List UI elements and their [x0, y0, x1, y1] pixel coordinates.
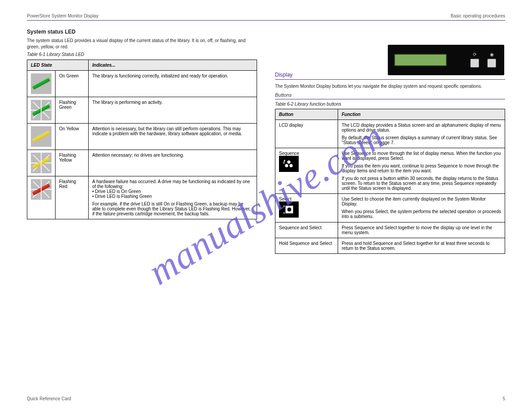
led-state: On Yellow — [56, 123, 89, 150]
page-header: PowerStore System Monitor Display Basic … — [27, 13, 505, 21]
sequence-icon — [279, 156, 299, 172]
status-led-heading: System status LED — [27, 29, 257, 35]
table-row: Select Use Select to choose the item cur… — [275, 194, 505, 223]
func-line: If you pass the item you want, continue … — [342, 163, 501, 173]
buttons-table-caption: Table 6-2 Library function buttons — [275, 101, 505, 107]
table-row: Hold Sequence and Select Press and hold … — [275, 238, 505, 254]
table-row: Flashing Yellow Attention necessary; no … — [27, 150, 257, 176]
table-row: On Green The library is functioning corr… — [27, 70, 257, 97]
footer-page-number: 5 — [502, 396, 505, 401]
func-line: By default, the Status screen displays a… — [342, 135, 501, 145]
select-button[interactable] — [487, 59, 496, 68]
svg-point-0 — [287, 161, 290, 163]
led-desc-line: • Drive LED is On Green — [92, 189, 253, 194]
lcd-screen — [394, 54, 447, 66]
led-desc: A hardware failure has occurred. A drive… — [89, 176, 257, 219]
button-func: Use Select to choose the item currently … — [338, 194, 505, 223]
led-desc: Attention is necessary, but the library … — [89, 123, 257, 150]
led-icon-green-flash — [31, 100, 51, 120]
table-row: Flashing Green The library is performing… — [27, 97, 257, 123]
led-desc-line: • Drive LED is Flashing Green — [92, 194, 253, 199]
table-row: Sequence and Select Press Sequence and S… — [275, 223, 505, 238]
buttons-subheading: Buttons — [275, 92, 505, 99]
button-func: Press Sequence and Select together to mo… — [338, 223, 505, 238]
svg-point-4 — [287, 207, 292, 212]
led-icon-yellow-on — [31, 126, 51, 147]
header-left-text: PowerStore System Monitor Display — [27, 13, 99, 18]
buttons-table: Button Function LCD display The LCD disp… — [275, 109, 505, 254]
table-row: Sequence Use Sequence to move through th… — [275, 148, 505, 194]
status-table-caption: Table 6-1 Library Status LED — [27, 51, 257, 58]
sequence-button[interactable] — [470, 59, 479, 68]
button-name: Select — [279, 197, 334, 201]
page-footer: Quick Reference Card 5 — [27, 396, 505, 401]
left-column: System status LED The system status LED … — [27, 24, 257, 254]
led-state: Flashing Yellow — [56, 150, 89, 176]
led-desc-line: A hardware failure has occurred. A drive… — [92, 179, 253, 189]
col-header-indicates: Indicates... — [89, 60, 257, 70]
button-name: Sequence — [279, 151, 334, 156]
table-row: Flashing Red A hardware failure has occu… — [27, 176, 257, 219]
func-line: If you do not press a button within 30 s… — [342, 176, 501, 191]
func-line: The LCD display provides a Status screen… — [342, 123, 501, 133]
func-line: Press Sequence and Select together to mo… — [342, 225, 501, 235]
select-symbol-icon: ◉ — [490, 52, 494, 57]
led-icon-red-flash — [31, 179, 51, 200]
svg-point-1 — [285, 164, 288, 167]
led-desc: Attention necessary; no drives are funct… — [89, 150, 257, 176]
button-name: LCD display — [275, 120, 338, 148]
func-line: Press and hold Sequence and Select toget… — [342, 241, 501, 251]
led-state: Flashing Red — [56, 176, 89, 219]
led-desc-line: For example, if the drive LED is still O… — [92, 201, 253, 216]
table-row: LCD display The LCD display provides a S… — [275, 120, 505, 148]
func-line: Use Sequence to move through the list of… — [342, 151, 501, 161]
led-state: On Green — [56, 70, 89, 97]
button-name: Sequence and Select — [275, 223, 338, 238]
col-header-function: Function — [338, 109, 505, 120]
display-intro: The System Monitor Display buttons let y… — [275, 83, 505, 90]
button-func: Use Sequence to move through the list of… — [338, 148, 505, 194]
status-led-intro: The system status LED provides a visual … — [27, 38, 257, 50]
status-led-table: LED State Indicates... On Green The libr… — [27, 60, 257, 219]
led-state: Flashing Green — [56, 97, 89, 123]
led-icon-yellow-flash — [31, 153, 51, 173]
func-line: When you press Select, the system perfor… — [342, 209, 501, 219]
table-row: On Yellow Attention is necessary, but th… — [27, 123, 257, 150]
func-line: Use Select to choose the item currently … — [342, 197, 501, 206]
button-func: Press and hold Sequence and Select toget… — [338, 238, 505, 254]
footer-left: Quick Reference Card — [27, 396, 71, 401]
sequence-symbol-icon: ⟳ — [473, 52, 476, 57]
led-desc: The library is performing an activity. — [89, 97, 257, 123]
col-header-led-state: LED State — [27, 60, 89, 70]
button-func: The LCD display provides a Status screen… — [338, 120, 505, 148]
button-name: Hold Sequence and Select — [275, 238, 338, 254]
header-right-text: Basic operating procedures — [450, 13, 505, 18]
select-icon — [279, 201, 299, 218]
led-icon-green-on — [31, 73, 51, 94]
col-header-button: Button — [275, 109, 338, 120]
led-desc: The library is functioning correctly, in… — [89, 70, 257, 97]
svg-point-2 — [290, 164, 292, 167]
lcd-panel-photo: ⟳ ◉ — [388, 45, 504, 75]
